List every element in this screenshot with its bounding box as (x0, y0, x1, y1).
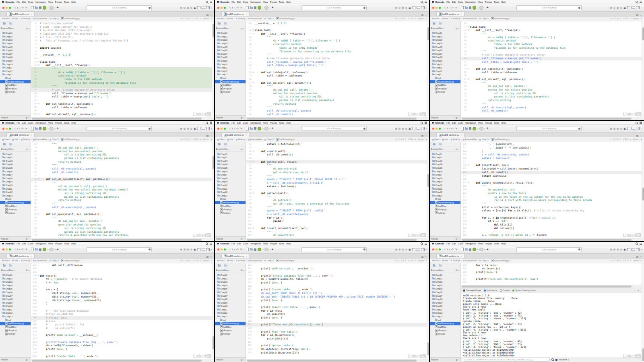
tree-item-chap01[interactable]: Chap01 (215, 31, 246, 35)
tree-item-chap08[interactable]: Chap08 (430, 298, 460, 301)
back-button[interactable]: ‹ (229, 6, 231, 10)
tree-item-chap13[interactable]: Chap13 (430, 315, 460, 319)
toggle-right-pane-button[interactable] (636, 248, 640, 251)
stop-icon[interactable]: ⊖ (613, 127, 616, 130)
vertical-scrollbar[interactable] (427, 142, 429, 241)
macro-record-button[interactable] (479, 248, 483, 252)
menu-tools[interactable]: Tools (64, 242, 69, 245)
record-icon[interactable]: ⊙ (620, 127, 623, 130)
close-circle-icon[interactable]: ⊗ (402, 248, 404, 251)
breadcrumb-segment-chap13[interactable]: Chap13 (50, 18, 59, 20)
places-header-label[interactable]: ExerciseFiles (1, 148, 13, 150)
tree-item-chap02[interactable]: Chap02 (215, 156, 246, 159)
forward-button[interactable]: › (232, 127, 233, 130)
tree-item-chap10[interactable]: Chap10 (430, 62, 460, 66)
places-header-label[interactable]: ExerciseFiles (216, 269, 228, 271)
places-gear-icon[interactable]: ⚙ (241, 269, 243, 271)
breadcrumb-segment-chap13[interactable]: Chap13 (479, 260, 489, 262)
tab-list-icon[interactable]: ▤ (636, 134, 639, 137)
breadcrumb-segment-desktop[interactable]: Desktop (451, 18, 460, 20)
tree-item-bwdb-py[interactable]: bwDB.py (0, 83, 31, 87)
places-header-label[interactable]: ExerciseFiles (431, 148, 443, 150)
tree-item-chap01[interactable]: Chap01 (0, 152, 31, 156)
tree-item-chap06[interactable]: Chap06 (430, 170, 460, 173)
horizontal-scrollbar-thumb[interactable] (462, 118, 632, 120)
tree-item-chap06[interactable]: Chap06 (215, 49, 246, 52)
toggle-left-pane-button[interactable] (197, 248, 200, 251)
tree-item-hello-py[interactable]: hello.py (430, 211, 460, 215)
tree-item-chap05[interactable]: Chap05 (0, 45, 31, 49)
breadcrumb-segment-users[interactable]: Users (432, 260, 440, 262)
tree-item-db-api-py[interactable]: db-api.py (430, 329, 460, 332)
menu-file[interactable]: File (446, 242, 450, 245)
macro-dropdown-icon[interactable]: ▾ (55, 128, 56, 130)
tree-item-sol[interactable]: sol (215, 77, 246, 80)
vertical-scrollbar[interactable] (427, 263, 429, 362)
menu-navigation[interactable]: Navigation (465, 1, 476, 3)
tree-item-chap12[interactable]: Chap12 (430, 70, 460, 73)
tree-item-chap02[interactable]: Chap02 (215, 35, 246, 39)
stop-icon[interactable]: ⊖ (398, 248, 401, 251)
history-dropdown-icon[interactable]: ▾ (449, 248, 450, 250)
tree-item-chap12[interactable]: Chap12 (215, 70, 246, 73)
new-file-button[interactable] (246, 127, 249, 130)
tree-item-chap04[interactable]: Chap04 (0, 163, 31, 166)
tree-item-chap13[interactable]: Chap13 (215, 73, 246, 77)
search-output-icon[interactable] (551, 358, 554, 361)
tree-item-chap03[interactable]: Chap03 (0, 280, 31, 284)
tree-item-chap09[interactable]: Chap09 (215, 301, 246, 304)
breadcrumb-segment-bibs[interactable]: bibs (12, 260, 18, 262)
tree-item-chap03[interactable]: Chap03 (215, 159, 246, 163)
history-dropdown-icon[interactable]: ▾ (449, 7, 450, 9)
zoom-window-button[interactable] (9, 128, 11, 130)
tree-item-chap09[interactable]: Chap09 (430, 180, 460, 184)
zoom-window-button[interactable] (224, 7, 226, 9)
tree-item-hello-py[interactable]: hello.py (0, 211, 31, 215)
places-folder-icon[interactable] (3, 143, 6, 145)
tree-item-db-api-py[interactable]: db-api.py (0, 329, 31, 332)
editor-tab[interactable]: bwDB-working.py × (436, 132, 464, 137)
add-toolbar-button[interactable]: + (57, 6, 59, 9)
macro-record-button[interactable] (50, 127, 54, 131)
toggle-left-pane-button[interactable] (627, 127, 630, 130)
places-header-dropdown-icon[interactable]: ▾ (229, 269, 229, 271)
menu-extras-icon[interactable] (640, 1, 642, 3)
breadcrumb-segment-desktop[interactable]: Desktop (21, 260, 31, 262)
tree-item-bwdb-py[interactable]: bwDB.py (430, 204, 460, 208)
tree-item-chap06[interactable]: Chap06 (0, 291, 31, 294)
menu-project[interactable]: Project (55, 122, 62, 124)
add-toolbar-button[interactable]: + (272, 6, 274, 9)
check-syntax-icon[interactable]: ⊕ (610, 127, 612, 130)
menu-extras-icon[interactable] (210, 243, 212, 245)
go-to-anything-input[interactable]: Go to Anything (516, 126, 582, 131)
undo-button[interactable]: ↶ (451, 127, 454, 130)
preview-eye-icon[interactable]: ◉ (623, 248, 626, 251)
back-button[interactable]: ‹ (14, 6, 16, 10)
places-gear-icon[interactable]: ⚙ (26, 269, 28, 271)
projects-gear-dropdown-icon[interactable]: ▾ (29, 238, 29, 240)
redo-button[interactable]: ↷ (25, 248, 27, 251)
menu-navigation[interactable]: Navigation (250, 1, 261, 3)
close-circle-icon[interactable]: ⊗ (402, 127, 404, 130)
open-file-button[interactable] (250, 248, 253, 250)
tree-item-bwdb-py[interactable]: bwDB.py (215, 325, 246, 329)
places-files-icon[interactable] (9, 265, 12, 267)
toggle-left-pane-button[interactable] (412, 6, 415, 9)
code-editor[interactable]: 223 for r in recs:224 db.insert(r)225 pr… (461, 263, 642, 285)
toggle-bottom-pane-button[interactable] (632, 127, 635, 130)
menu-tools[interactable]: Tools (64, 1, 69, 3)
menu-view[interactable]: View (478, 1, 483, 3)
menu-help[interactable]: Help (286, 1, 291, 3)
menu-extras-icon[interactable] (210, 1, 212, 3)
redo-button[interactable]: ↷ (455, 248, 457, 251)
places-header-label[interactable]: ExerciseFiles (1, 27, 13, 29)
tree-item-hello-py[interactable]: hello.py (215, 90, 246, 94)
editor-tab[interactable]: bwDB-working.py × (221, 254, 250, 258)
macro-record-button[interactable] (50, 248, 54, 252)
tree-item-chap06[interactable]: Chap06 (430, 291, 460, 294)
tree-item-db-api-py[interactable]: db-api.py (0, 208, 31, 211)
close-window-button[interactable] (217, 128, 219, 130)
tree-item-hello-py[interactable]: hello.py (0, 90, 31, 94)
menu-edit[interactable]: Edit (237, 122, 241, 124)
tab-close-icon[interactable]: × (246, 13, 247, 15)
